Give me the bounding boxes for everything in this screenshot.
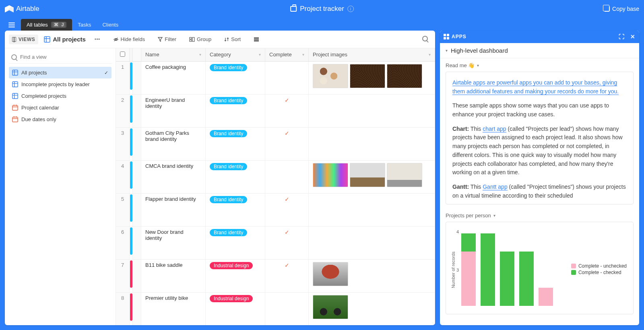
complete-cell[interactable] bbox=[265, 292, 309, 325]
category-cell[interactable]: Brand identity bbox=[206, 193, 265, 226]
table-row[interactable]: 2EngineerU brand identityBrand identity✓ bbox=[116, 94, 435, 127]
chevron-down-icon[interactable]: ▾ bbox=[199, 52, 201, 57]
images-cell[interactable] bbox=[309, 160, 435, 193]
row-number[interactable]: 6 bbox=[116, 226, 130, 259]
close-icon[interactable]: ✕ bbox=[630, 33, 636, 40]
brand-logo[interactable]: Airtable bbox=[5, 5, 39, 13]
image-thumb[interactable] bbox=[387, 163, 422, 187]
menu-button[interactable] bbox=[6, 19, 18, 31]
images-cell[interactable] bbox=[309, 61, 435, 94]
row-number[interactable]: 2 bbox=[116, 94, 130, 127]
complete-cell[interactable]: ✓ bbox=[265, 259, 309, 292]
table-tab-clients[interactable]: Clients bbox=[97, 19, 124, 31]
image-thumb[interactable] bbox=[387, 64, 422, 88]
table-row[interactable]: 5Flapper brand identityBrand identity✓ bbox=[116, 193, 435, 226]
column-header[interactable]: Project images▾ bbox=[309, 48, 435, 61]
images-cell[interactable] bbox=[309, 127, 435, 160]
image-thumb[interactable] bbox=[313, 64, 348, 88]
table-row[interactable]: 6New Door brand identityBrand identity✓ bbox=[116, 226, 435, 259]
name-cell[interactable]: Coffee packaging bbox=[141, 61, 206, 94]
gantt-app-link[interactable]: Gantt app bbox=[483, 184, 508, 190]
table-tab-tasks[interactable]: Tasks bbox=[72, 19, 97, 31]
search-button[interactable] bbox=[419, 36, 431, 43]
expand-cell[interactable] bbox=[133, 127, 141, 160]
name-cell[interactable]: Flapper brand identity bbox=[141, 193, 206, 226]
category-cell[interactable]: Brand identity bbox=[206, 127, 265, 160]
category-cell[interactable]: Brand identity bbox=[206, 94, 265, 127]
table-row[interactable]: 7B11 bike saddleIndustrial design✓ bbox=[116, 259, 435, 292]
name-cell[interactable]: Premier utility bike bbox=[141, 292, 206, 325]
category-cell[interactable]: Brand identity bbox=[206, 160, 265, 193]
name-cell[interactable]: B11 bike saddle bbox=[141, 259, 206, 292]
filter-button[interactable]: Filter bbox=[155, 34, 180, 44]
complete-cell[interactable] bbox=[265, 160, 309, 193]
table-row[interactable]: 1Coffee packagingBrand identity bbox=[116, 61, 435, 94]
records-table[interactable]: Name▾Category▾Complete▾Project images▾ 1… bbox=[116, 48, 435, 325]
table-row[interactable]: 3Gotham City Parks brand identityBrand i… bbox=[116, 127, 435, 160]
view-item[interactable]: Incomplete projects by leader bbox=[9, 78, 111, 90]
group-button[interactable]: Group bbox=[186, 34, 215, 44]
image-thumb[interactable] bbox=[350, 64, 385, 88]
widget-title[interactable]: Projects per person ▾ bbox=[446, 212, 634, 219]
base-title-group[interactable]: Project tracker i bbox=[290, 5, 354, 13]
expand-cell[interactable] bbox=[133, 160, 141, 193]
table-row[interactable]: 4CMCA brand identityBrand identity bbox=[116, 160, 435, 193]
row-number[interactable]: 5 bbox=[116, 193, 130, 226]
view-item[interactable]: Completed projects bbox=[9, 90, 111, 102]
widget-title[interactable]: Read me 👋 ▾ bbox=[446, 62, 634, 68]
find-view-input[interactable] bbox=[20, 54, 109, 60]
complete-cell[interactable]: ✓ bbox=[265, 226, 309, 259]
category-cell[interactable]: Industrial design bbox=[206, 292, 265, 325]
expand-cell[interactable] bbox=[133, 226, 141, 259]
view-item[interactable]: Due dates only bbox=[9, 113, 111, 125]
complete-cell[interactable]: ✓ bbox=[265, 94, 309, 127]
table-row[interactable]: 8Premier utility bikeIndustrial design bbox=[116, 292, 435, 325]
images-cell[interactable] bbox=[309, 94, 435, 127]
image-thumb[interactable] bbox=[313, 163, 348, 187]
row-number[interactable]: 8 bbox=[116, 292, 130, 325]
table-tab-all[interactable]: All tables ⌘J bbox=[21, 19, 72, 31]
current-view[interactable]: All projects bbox=[40, 36, 90, 43]
find-view[interactable] bbox=[9, 51, 111, 64]
images-cell[interactable] bbox=[309, 226, 435, 259]
copy-base-button[interactable]: Copy base bbox=[604, 6, 639, 12]
complete-cell[interactable] bbox=[265, 61, 309, 94]
row-number[interactable]: 1 bbox=[116, 61, 130, 94]
info-icon[interactable]: i bbox=[347, 6, 354, 12]
chart-app-link[interactable]: chart app bbox=[483, 126, 506, 132]
row-number[interactable]: 7 bbox=[116, 259, 130, 292]
readme-content[interactable]: Airtable apps are powerful apps you can … bbox=[446, 72, 634, 204]
row-number[interactable]: 3 bbox=[116, 127, 130, 160]
category-cell[interactable]: Brand identity bbox=[206, 226, 265, 259]
image-thumb[interactable] bbox=[313, 295, 348, 319]
name-cell[interactable]: CMCA brand identity bbox=[141, 160, 206, 193]
dashboard-selector[interactable]: ▾ High-level dashboard bbox=[440, 43, 639, 58]
images-cell[interactable] bbox=[309, 292, 435, 325]
expand-cell[interactable] bbox=[133, 94, 141, 127]
chevron-down-icon[interactable]: ▾ bbox=[429, 52, 431, 57]
category-cell[interactable]: Industrial design bbox=[206, 259, 265, 292]
view-menu-icon[interactable]: ••• bbox=[91, 36, 103, 42]
fullscreen-icon[interactable]: ⛶ bbox=[619, 33, 625, 40]
image-thumb[interactable] bbox=[313, 262, 348, 286]
sort-button[interactable]: Sort bbox=[221, 34, 244, 44]
name-cell[interactable]: Gotham City Parks brand identity bbox=[141, 127, 206, 160]
chevron-down-icon[interactable]: ▾ bbox=[302, 52, 304, 57]
name-cell[interactable]: EngineerU brand identity bbox=[141, 94, 206, 127]
row-height-button[interactable] bbox=[250, 35, 262, 44]
column-header[interactable]: Category▾ bbox=[206, 48, 265, 61]
expand-cell[interactable] bbox=[133, 292, 141, 325]
expand-cell[interactable] bbox=[133, 193, 141, 226]
views-button[interactable]: VIEWS bbox=[9, 35, 38, 44]
chevron-down-icon[interactable]: ▾ bbox=[259, 52, 261, 57]
hide-fields-button[interactable]: Hide fields bbox=[110, 34, 149, 44]
column-header[interactable]: Name▾ bbox=[141, 48, 206, 61]
readme-intro-link[interactable]: Airtable apps are powerful apps you can … bbox=[452, 79, 619, 95]
select-all-checkbox[interactable] bbox=[116, 48, 130, 61]
complete-cell[interactable]: ✓ bbox=[265, 193, 309, 226]
expand-cell[interactable] bbox=[133, 61, 141, 94]
view-item[interactable]: All projects✓ bbox=[9, 67, 111, 78]
expand-cell[interactable] bbox=[133, 259, 141, 292]
view-item[interactable]: Project calendar bbox=[9, 102, 111, 113]
images-cell[interactable] bbox=[309, 259, 435, 292]
